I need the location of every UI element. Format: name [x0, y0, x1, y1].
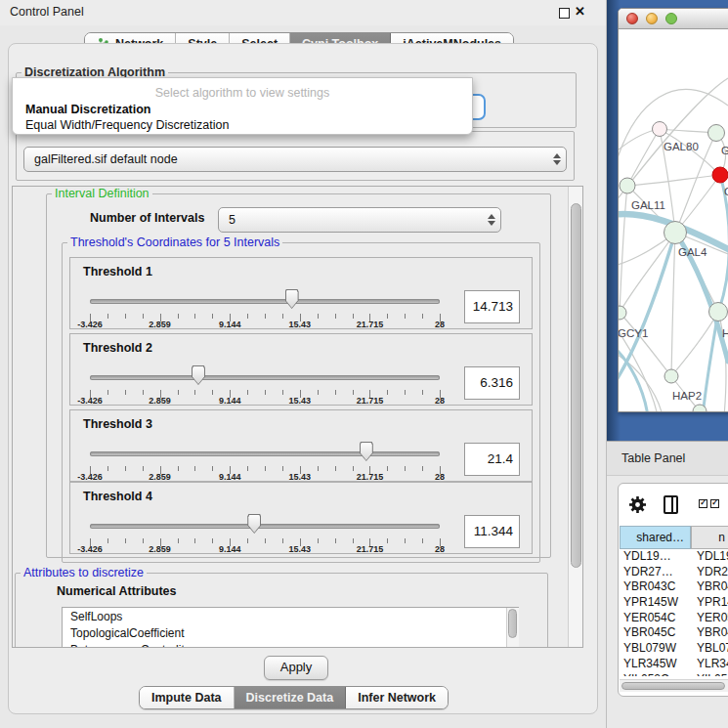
- network-edge[interactable]: [627, 175, 720, 186]
- table-row[interactable]: YIL052CYIL05: [620, 672, 728, 677]
- checkbox-icon[interactable]: ✓: [710, 499, 719, 508]
- attribute-item-selfloops[interactable]: SelfLoops: [63, 608, 518, 624]
- network-node-node-h[interactable]: [709, 303, 728, 321]
- threshold-value-field[interactable]: 6.316: [464, 366, 520, 400]
- network-edge-thick[interactable]: [703, 312, 718, 412]
- close-icon[interactable]: ✕: [575, 4, 585, 19]
- cell-shared-name: YBR043C: [620, 579, 691, 595]
- network-canvas[interactable]: GAL80GCGAL11GAL4GCY1HHAP2: [619, 29, 728, 412]
- scrollbar-thumb[interactable]: [508, 609, 517, 638]
- attribute-item-betweennesscentrality[interactable]: BetweennessCentrality: [63, 641, 518, 648]
- table-row[interactable]: YPR145WYPR14: [620, 595, 728, 611]
- cell-name: YDR27: [691, 565, 728, 580]
- tab-label: Impute Data: [151, 691, 222, 705]
- split-columns-icon[interactable]: [664, 495, 678, 514]
- table-data-combo[interactable]: galFiltered.sif default node: [23, 147, 567, 172]
- tick-label: 28: [415, 320, 464, 329]
- tick-mark: [178, 390, 179, 395]
- combo-spinner-icon[interactable]: [483, 214, 500, 226]
- slider-thumb[interactable]: [360, 442, 373, 461]
- tick-mark: [212, 390, 213, 395]
- network-edge[interactable]: [620, 186, 627, 313]
- minimize-traffic-light-icon[interactable]: [646, 13, 658, 24]
- panel-scrollbar[interactable]: [568, 187, 583, 648]
- threshold-value-field[interactable]: 11.344: [464, 515, 520, 548]
- gear-icon[interactable]: [628, 495, 647, 514]
- tick-mark: [282, 538, 283, 543]
- float-window-icon[interactable]: [559, 8, 570, 19]
- tick-mark: [318, 466, 319, 471]
- dropdown-option-manual-discretization[interactable]: Manual Discretization: [25, 103, 151, 116]
- numerical-attributes-list[interactable]: SelfLoopsTopologicalCoefficientBetweenne…: [62, 607, 519, 648]
- tick-label: 15.43: [276, 544, 324, 554]
- threshold-value-field[interactable]: 21.4: [464, 443, 520, 476]
- numerical-attributes-label: Numerical Attributes: [54, 585, 179, 598]
- network-node-hap2[interactable]: [664, 369, 678, 383]
- tab-infer-network[interactable]: Infer Network: [346, 687, 448, 708]
- table-header: shared…n: [620, 526, 728, 549]
- dropdown-hint-option[interactable]: Select algorithm to view settings: [13, 86, 472, 100]
- tick-mark: [353, 538, 354, 543]
- tick-mark: [107, 466, 108, 471]
- tick-mark: [335, 466, 336, 471]
- tick-label: 9.144: [205, 472, 254, 482]
- slider-track[interactable]: [90, 375, 440, 380]
- tick-mark: [318, 538, 319, 543]
- tick-label: 2.859: [136, 544, 185, 554]
- tick-mark: [387, 538, 388, 543]
- network-edge[interactable]: [627, 129, 660, 186]
- num-intervals-combo[interactable]: 5: [218, 207, 501, 233]
- table-row[interactable]: YBL079WYBL07: [620, 641, 728, 657]
- network-node-gal4[interactable]: [664, 222, 687, 244]
- tick-mark: [194, 538, 195, 543]
- attributes-list-scrollbar[interactable]: [506, 608, 519, 648]
- tick-mark: [265, 314, 266, 319]
- network-edge[interactable]: [671, 233, 675, 376]
- tick-mark: [353, 314, 354, 319]
- tick-mark: [422, 390, 423, 395]
- tab-impute-data[interactable]: Impute Data: [140, 687, 235, 708]
- cell-shared-name: YDL19…: [620, 549, 691, 565]
- slider-track[interactable]: [90, 524, 440, 529]
- network-node-gal11[interactable]: [620, 178, 635, 193]
- attribute-item-topologicalcoefficient[interactable]: TopologicalCoefficient: [63, 624, 518, 641]
- network-node-node-red[interactable]: [712, 167, 728, 183]
- table-row[interactable]: YBR043CYBR04: [620, 579, 728, 595]
- apply-button[interactable]: Apply: [264, 656, 328, 680]
- combo-spinner-icon[interactable]: [548, 153, 566, 165]
- slider-thumb[interactable]: [285, 289, 299, 309]
- table-row[interactable]: YDL19…YDL19: [620, 549, 728, 565]
- scrollbar-thumb[interactable]: [621, 682, 725, 690]
- tick-mark: [405, 390, 406, 395]
- table-row[interactable]: YBR045CYBR04: [620, 625, 728, 641]
- network-window-titlebar[interactable]: [619, 9, 728, 29]
- network-node-node-top-right[interactable]: [708, 125, 725, 142]
- table-horizontal-scrollbar[interactable]: [620, 679, 728, 692]
- table-row[interactable]: YER054CYER05: [620, 611, 728, 626]
- dropdown-option-equal-width-frequency-discretization[interactable]: Equal Width/Frequency Discretization: [25, 118, 229, 132]
- scrollbar-thumb[interactable]: [571, 203, 581, 568]
- threshold-value-field[interactable]: 14.713: [464, 290, 520, 323]
- close-traffic-light-icon[interactable]: [626, 13, 638, 24]
- slider-thumb[interactable]: [192, 365, 205, 385]
- network-edge[interactable]: [620, 233, 675, 313]
- tick-mark: [405, 538, 406, 543]
- tab-discretize-data[interactable]: Discretize Data: [235, 687, 347, 708]
- network-window: GAL80GCGAL11GAL4GCY1HHAP2: [618, 8, 728, 412]
- slider-track[interactable]: [90, 451, 440, 456]
- table-row[interactable]: YLR345WYLR34: [620, 657, 728, 672]
- column-header-1[interactable]: shared…: [620, 526, 691, 549]
- checkbox-icon[interactable]: ✓: [699, 499, 707, 508]
- network-node-gcy1[interactable]: [619, 306, 626, 320]
- tick-mark: [125, 538, 126, 543]
- zoom-traffic-light-icon[interactable]: [665, 13, 677, 24]
- slider-track[interactable]: [90, 299, 440, 304]
- table-row[interactable]: YDR27…YDR27: [620, 565, 728, 580]
- node-label-gcy1: GCY1: [619, 327, 648, 339]
- network-edge-thick[interactable]: [619, 233, 675, 389]
- tab-label: Discretize Data: [246, 691, 334, 705]
- slider-thumb[interactable]: [247, 514, 261, 534]
- column-header-2[interactable]: n: [691, 526, 728, 549]
- network-edge[interactable]: [671, 312, 718, 376]
- network-node-gal80[interactable]: [653, 122, 667, 137]
